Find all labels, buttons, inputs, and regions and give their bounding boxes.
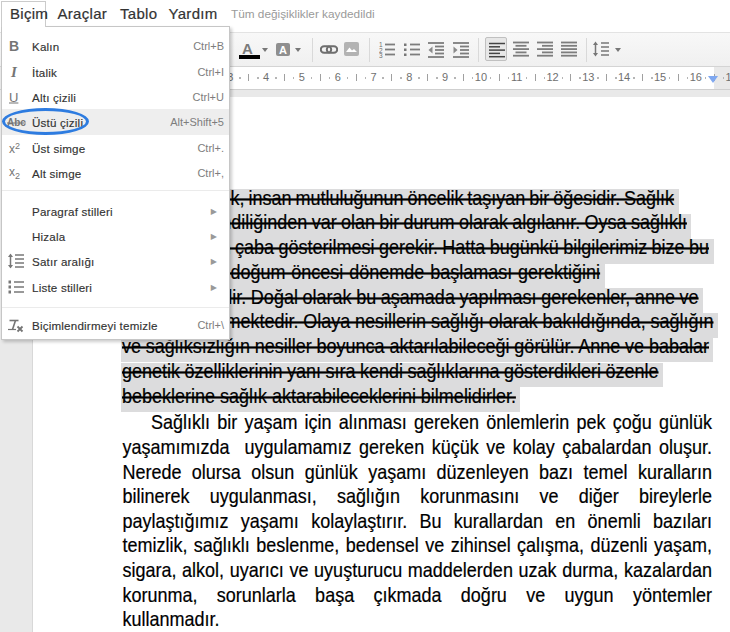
svg-text:3: 3 xyxy=(379,52,383,59)
